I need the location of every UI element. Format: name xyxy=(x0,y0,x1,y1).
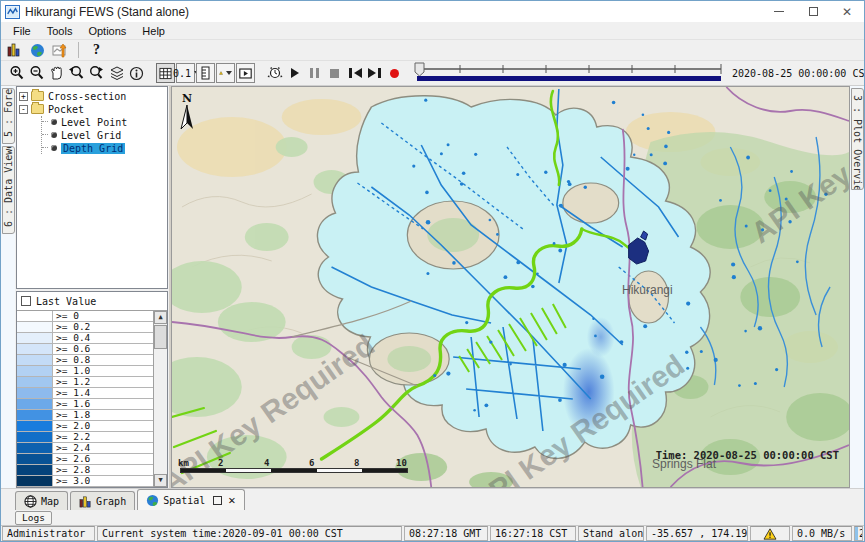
map-scale-bar: km 2 4 6 8 10 xyxy=(178,458,414,473)
logs-button[interactable]: Logs xyxy=(15,511,52,525)
help-button[interactable]: ? xyxy=(87,40,106,60)
skip-to-end-button[interactable] xyxy=(365,63,384,83)
zoom-previous-button[interactable] xyxy=(67,63,86,83)
menu-tools[interactable]: Tools xyxy=(39,24,81,38)
tab-plot-overview[interactable]: 3 : Plot Overview xyxy=(851,88,864,190)
scale-tick: 10 xyxy=(396,458,407,468)
status-warning-cell[interactable] xyxy=(750,526,790,541)
north-arrow-icon xyxy=(180,105,194,131)
town-label: Hikurangi xyxy=(622,283,673,297)
tab-spatial[interactable]: Spatial ✕ xyxy=(137,489,244,510)
stop-button[interactable] xyxy=(325,63,344,83)
scroll-down-icon[interactable]: ▼ xyxy=(154,474,167,487)
menu-options[interactable]: Options xyxy=(80,24,134,38)
app-window: Hikurangi FEWS (Stand alone) ✕ File Tool… xyxy=(0,0,865,542)
classbreak-interval-dropdown[interactable]: 0.1 xyxy=(176,63,195,83)
pan-button[interactable] xyxy=(47,63,66,83)
legend-swatch xyxy=(17,476,53,486)
scale-strip xyxy=(180,468,408,473)
expand-icon[interactable]: + xyxy=(19,92,28,101)
tab-graph[interactable]: Graph xyxy=(70,491,135,510)
tab-map-label: Map xyxy=(41,496,59,507)
record-icon xyxy=(390,69,399,78)
zoom-out-button[interactable] xyxy=(27,63,46,83)
legend-swatch xyxy=(17,344,53,354)
statistics-button[interactable] xyxy=(5,40,24,60)
play-button[interactable] xyxy=(285,63,304,83)
minimize-button[interactable] xyxy=(762,2,796,22)
spatial-display-button[interactable] xyxy=(51,40,70,60)
collapse-icon[interactable]: - xyxy=(19,105,28,114)
map-canvas[interactable]: N API Key Required API Key Required API … xyxy=(171,86,850,488)
close-button[interactable]: ✕ xyxy=(830,2,864,22)
layers-button[interactable] xyxy=(107,63,126,83)
info-button[interactable] xyxy=(127,63,146,83)
menu-help[interactable]: Help xyxy=(134,24,173,38)
play-box-icon xyxy=(239,67,252,80)
legend-scrollbar[interactable]: ▲ ▼ xyxy=(153,311,167,487)
scroll-thumb[interactable] xyxy=(154,325,167,349)
minimize-icon xyxy=(774,11,784,12)
maximize-icon xyxy=(809,7,818,16)
legend-swatch xyxy=(17,410,53,420)
tree-node-level-grid[interactable]: Level Grid xyxy=(42,129,165,141)
scale-tick: 8 xyxy=(354,458,359,468)
warning-triangle-icon xyxy=(219,66,223,80)
legend-swatch xyxy=(17,443,53,453)
status-memory: 2.5 GB xyxy=(854,526,863,541)
pause-button[interactable] xyxy=(305,63,324,83)
legend-swatch xyxy=(17,333,53,343)
tree-node-depth-grid[interactable]: Depth Grid xyxy=(42,142,165,154)
close-icon: ✕ xyxy=(842,6,852,18)
last-value-label: Last Value xyxy=(36,296,96,307)
legend-class-label: >= 0.6 xyxy=(53,344,153,354)
zoom-next-button[interactable] xyxy=(87,63,106,83)
tree-node-label[interactable]: Level Grid xyxy=(61,130,121,141)
tab-map[interactable]: Map xyxy=(15,491,68,510)
map-display-button[interactable] xyxy=(28,40,47,60)
skip-start-icon xyxy=(354,68,362,78)
legend-class-label: >= 2.2 xyxy=(53,432,153,442)
legend-class-label: >= 0.8 xyxy=(53,355,153,365)
time-slider-handle[interactable] xyxy=(415,63,424,76)
menu-file[interactable]: File xyxy=(5,24,39,38)
scale-tick: 2 xyxy=(218,458,223,468)
status-user: Administrator xyxy=(2,526,95,541)
maximize-button[interactable] xyxy=(796,2,830,22)
tree-node-cross-section[interactable]: + Cross-section xyxy=(19,90,165,102)
tree-node-label-selected[interactable]: Depth Grid xyxy=(61,143,125,154)
thresholds-dropdown[interactable] xyxy=(216,63,235,83)
layer-bullet-icon xyxy=(51,145,57,151)
layer-bullet-icon xyxy=(51,119,57,125)
zoom-in-button[interactable] xyxy=(7,63,26,83)
tree-node-level-point[interactable]: Level Point xyxy=(42,116,165,128)
legend-swatch xyxy=(17,465,53,475)
legend-swatch xyxy=(17,311,53,321)
map-time-label: Time: 2020-08-25 00:00:00 CST xyxy=(656,449,839,461)
time-slider[interactable] xyxy=(413,62,725,85)
tab-forecast[interactable]: 5 : Forecast xyxy=(2,88,15,144)
animation-timer-button[interactable] xyxy=(265,63,284,83)
zoom-previous-icon xyxy=(68,65,85,81)
tree-node-label[interactable]: Level Point xyxy=(61,117,127,128)
scale-legend-button[interactable] xyxy=(196,63,215,83)
legend-class-label: >= 3.0 xyxy=(53,476,153,486)
layer-tree: + Cross-section - Pocket Level Point xyxy=(16,86,168,289)
tab-data-viewer[interactable]: 6 : Data Viewer xyxy=(2,146,15,234)
tree-node-label[interactable]: Pocket xyxy=(48,104,84,115)
legend-class-list: >= 0 >= 0.2 >= 0.4 >= 0.6 >= 0.8 >= 1.0 … xyxy=(17,311,153,487)
tab-close-icon[interactable]: ✕ xyxy=(228,494,235,506)
scroll-up-icon[interactable]: ▲ xyxy=(154,311,167,324)
tab-maximize-icon[interactable] xyxy=(213,496,222,505)
record-button[interactable] xyxy=(385,63,404,83)
tree-node-pocket[interactable]: - Pocket xyxy=(19,103,165,115)
skip-to-start-button[interactable] xyxy=(345,63,364,83)
legend-swatch xyxy=(17,377,53,387)
tree-node-label[interactable]: Cross-section xyxy=(48,91,126,102)
last-value-checkbox[interactable] xyxy=(21,296,31,306)
title-bar: Hikurangi FEWS (Stand alone) ✕ xyxy=(1,1,864,22)
folder-icon xyxy=(31,104,44,114)
main-toolbar: ? xyxy=(1,40,864,60)
animation-window-button[interactable] xyxy=(236,63,255,83)
status-local-time: 16:27:18 CST xyxy=(490,526,576,541)
